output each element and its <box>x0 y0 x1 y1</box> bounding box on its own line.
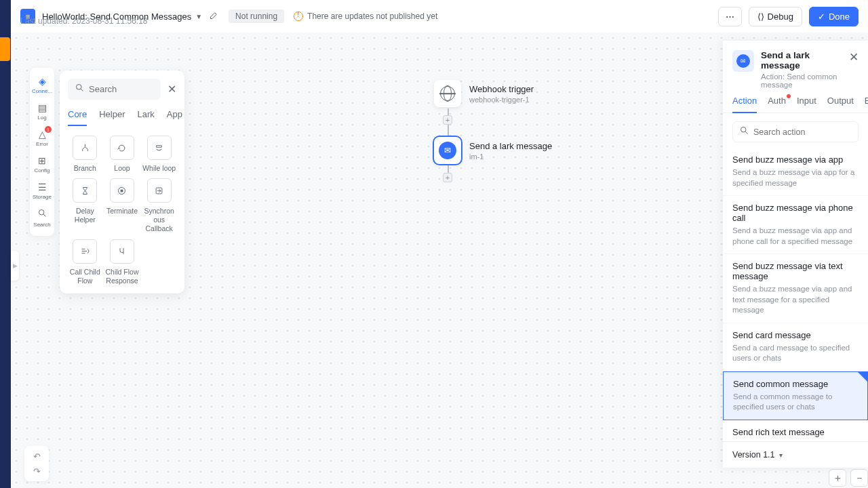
edit-icon[interactable] <box>209 10 219 22</box>
tab-lark[interactable]: Lark <box>137 109 154 126</box>
config-icon: ⊞ <box>38 155 46 166</box>
node-search[interactable] <box>68 79 161 100</box>
child-flow-icon <box>73 239 97 264</box>
add-node-handle[interactable]: + <box>443 115 452 125</box>
globe-icon <box>440 86 455 101</box>
action-desc: Send a buzz message via app for a specif… <box>732 167 859 188</box>
hourglass-icon <box>73 178 97 203</box>
action-item[interactable]: Send buzz message via phone callSend a b… <box>723 196 868 254</box>
tab-output[interactable]: Output <box>827 96 854 113</box>
toolbox-error[interactable]: △Error1 <box>30 125 54 151</box>
close-icon[interactable]: ✕ <box>167 83 176 96</box>
tab-error[interactable]: Error <box>865 96 868 113</box>
toolbox-rail: ◈Conne... ▤Log △Error1 ⊞Config ☰Storage … <box>30 68 54 236</box>
node-label: Call Child Flow <box>70 268 100 285</box>
node-loop[interactable]: Loop <box>105 136 140 173</box>
collapse-sidebar-handle[interactable]: ▶ <box>11 251 19 281</box>
update-notice: There are updates not published yet <box>294 12 437 21</box>
action-list[interactable]: Send buzz message via appSend a buzz mes… <box>723 148 868 441</box>
svg-point-0 <box>39 210 44 216</box>
close-icon[interactable]: ✕ <box>849 50 859 64</box>
last-updated: Last updated: 2023-08-31 11:56:18 <box>20 16 148 26</box>
node-while-loop[interactable]: While loop <box>142 136 176 173</box>
panel-title: Send a lark message <box>761 50 849 70</box>
redo-button[interactable]: ↷ <box>27 464 46 479</box>
tab-core[interactable]: Core <box>68 109 87 126</box>
webhook-node-card[interactable] <box>434 80 461 107</box>
check-icon: ✓ <box>818 12 825 22</box>
toolbox-config[interactable]: ⊞Config <box>30 151 54 178</box>
node-label: Synchron ous Callback <box>144 207 174 233</box>
tab-action[interactable]: Action <box>732 96 757 113</box>
node-child-response[interactable]: Child Flow Response <box>105 239 140 285</box>
undo-button[interactable]: ↶ <box>27 449 46 464</box>
tab-input[interactable]: Input <box>797 96 816 113</box>
action-item-selected[interactable]: Send common messageSend a common message… <box>723 371 868 420</box>
toolbox-label: Log <box>37 115 46 121</box>
action-title: Send buzz message via app <box>732 155 859 165</box>
version-selector[interactable]: Version 1.1 ▾ <box>723 441 868 468</box>
chevron-down-icon: ▾ <box>779 451 783 459</box>
toolbox-storage[interactable]: ☰Storage <box>30 178 54 204</box>
action-title: Send buzz message via text message <box>732 261 859 281</box>
lark-icon: ✉ <box>439 142 456 159</box>
app-left-rail <box>0 0 11 488</box>
action-title: Send buzz message via phone call <box>732 203 859 223</box>
node-config-panel: ✉ Send a lark message Action: Send commo… <box>723 41 868 468</box>
update-text: There are updates not published yet <box>307 12 437 21</box>
done-button[interactable]: ✓ Done <box>809 7 859 26</box>
callback-icon <box>147 178 172 203</box>
toolbox-label: Config <box>34 167 50 174</box>
panel-subtitle: Action: Send common message <box>761 73 849 89</box>
node-search-input[interactable] <box>89 84 154 94</box>
toolbox-label: Error <box>36 141 48 147</box>
node-label: Branch <box>74 164 96 173</box>
action-desc: Send a buzz message via app and phone ca… <box>732 226 859 247</box>
action-desc: Send a card message to specified users o… <box>732 343 859 364</box>
action-item[interactable]: Send buzz message via appSend a buzz mes… <box>723 148 868 196</box>
storage-icon: ☰ <box>38 182 47 192</box>
node-label: Delay Helper <box>68 207 102 224</box>
chevron-down-icon[interactable]: ▼ <box>195 13 202 20</box>
orange-indicator <box>0 37 10 61</box>
action-item[interactable]: Send rich text messageSend a rich text m… <box>723 420 868 441</box>
child-response-icon <box>110 239 134 264</box>
action-title: Send common message <box>733 379 858 389</box>
node-terminate[interactable]: Terminate <box>105 178 140 233</box>
connector-icon: ◈ <box>39 76 46 87</box>
node-branch[interactable]: Branch <box>68 136 102 173</box>
toolbox-connector[interactable]: ◈Conne... <box>30 72 54 98</box>
node-label: Terminate <box>106 207 138 216</box>
add-node-handle[interactable]: + <box>443 173 452 182</box>
tab-app[interactable]: App <box>167 109 182 126</box>
flow-node-lark-message[interactable]: ✉ Send a lark message im-1 <box>434 137 552 164</box>
debug-button[interactable]: ⟨⟩ Debug <box>749 7 802 26</box>
node-title: Send a lark message <box>469 141 552 151</box>
toolbox-search[interactable]: Search <box>30 204 54 232</box>
action-item[interactable]: Send card messageSend a card message to … <box>723 323 868 371</box>
toolbox-label: Search <box>33 222 50 228</box>
zoom-in-button[interactable]: ＋ <box>829 469 846 487</box>
node-sync-callback[interactable]: Synchron ous Callback <box>142 178 176 233</box>
action-search-wrap[interactable] <box>732 121 859 142</box>
tab-helper[interactable]: Helper <box>99 109 125 126</box>
action-search-input[interactable] <box>753 127 852 137</box>
tab-auth[interactable]: Auth <box>768 96 786 113</box>
toolbox-log[interactable]: ▤Log <box>30 98 54 125</box>
node-call-child[interactable]: Call Child Flow <box>68 239 102 285</box>
node-label: Loop <box>114 164 130 173</box>
node-picker-panel: ✕ Core Helper Lark App Branch Loop While… <box>60 70 184 293</box>
zoom-out-button[interactable]: － <box>850 469 868 487</box>
node-subtitle: webhook-trigger-1 <box>469 96 534 104</box>
status-badge: Not running <box>229 9 284 23</box>
action-item[interactable]: Send buzz message via text messageSend a… <box>723 254 868 323</box>
more-button[interactable]: ⋯ <box>718 7 742 26</box>
svg-point-1 <box>77 85 82 90</box>
lark-node-card[interactable]: ✉ <box>434 137 461 164</box>
node-label: Child Flow Response <box>105 268 138 285</box>
flow-node-webhook[interactable]: Webhook trigger webhook-trigger-1 <box>434 80 534 107</box>
node-label: While loop <box>142 164 176 173</box>
action-desc: Send a common message to specified users… <box>733 392 858 413</box>
action-desc: Send a buzz message via app and text mes… <box>732 284 859 316</box>
node-delay[interactable]: Delay Helper <box>68 178 102 233</box>
